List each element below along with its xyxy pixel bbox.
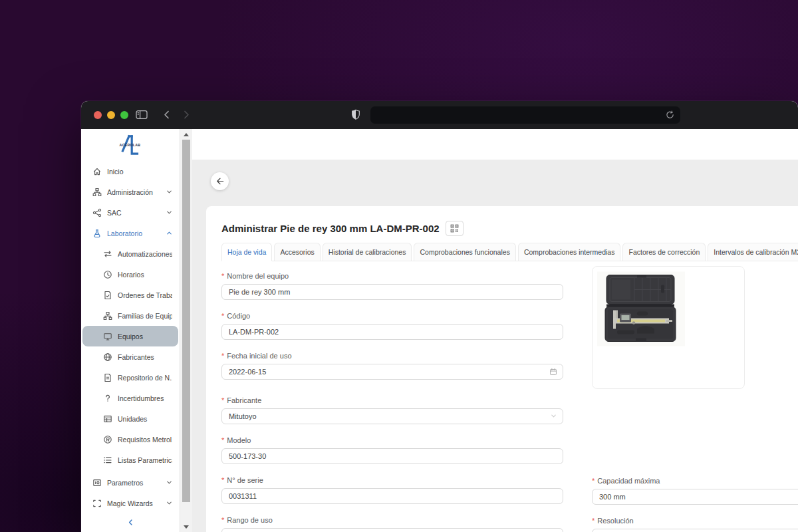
sidebar: ACEROLAB Inicio Administración SAC <box>81 129 180 532</box>
sidebar-item-equipos[interactable]: Equipos <box>82 326 178 346</box>
modelo-input[interactable] <box>221 448 563 464</box>
field-label: N° de serie <box>227 476 263 484</box>
sidebar-item-magic-wizards[interactable]: Magic Wizards <box>81 493 180 513</box>
sidebar-item-incertidumbres[interactable]: Incertidumbres <box>81 388 180 408</box>
bullet-list-icon <box>103 456 112 465</box>
sidebar-item-familias-de-equipos[interactable]: Familias de Equipos <box>81 305 180 326</box>
sidebar-item-label: Administración <box>107 188 166 196</box>
share-network-icon <box>92 208 102 217</box>
sidebar-item-automatizaciones[interactable]: Automatizaciones <box>81 243 180 264</box>
back-band <box>192 160 798 206</box>
scroll-up-arrow[interactable] <box>180 130 192 139</box>
sidebar-collapse-button[interactable] <box>81 513 180 531</box>
sidebar-item-label: Parametros <box>107 479 166 487</box>
resolucion-input[interactable] <box>592 529 798 532</box>
chevron-down-icon <box>166 209 172 215</box>
required-asterisk: * <box>221 272 224 280</box>
field-modelo: *Modelo <box>221 436 563 464</box>
sidebar-item-fabricantes[interactable]: Fabricantes <box>81 346 180 367</box>
field-label: Modelo <box>227 436 251 444</box>
rango-de-uso-input[interactable] <box>221 528 563 532</box>
close-button[interactable] <box>94 111 102 119</box>
url-bar[interactable] <box>370 106 680 124</box>
sidebar-toggle-icon[interactable] <box>136 110 148 120</box>
sidebar-item-laboratorio[interactable]: Laboratorio <box>81 223 180 243</box>
sidebar-item-unidades[interactable]: Unidades <box>81 408 180 429</box>
chevron-down-icon <box>166 479 172 485</box>
arrow-left-icon <box>215 176 225 186</box>
acerolab-logo[interactable]: ACEROLAB <box>81 129 180 161</box>
field-label: Fabricante <box>227 396 261 404</box>
sidebar-scrollbar[interactable] <box>180 129 192 532</box>
forward-nav-icon[interactable] <box>182 110 191 120</box>
clock-icon <box>103 270 112 279</box>
tab-factores-de-correccion[interactable]: Factores de corrección <box>622 243 706 261</box>
sidebar-nav: Inicio Administración SAC Laboratorio <box>81 161 180 532</box>
content-card: Administrar Pie de rey 300 mm LA-DM-PR-0… <box>206 206 798 532</box>
qr-code-button[interactable] <box>446 221 464 236</box>
field-numero-de-serie: *N° de serie <box>221 476 563 504</box>
sidebar-item-label: Requisitos Metrol... <box>118 436 172 444</box>
sidebar-item-horarios[interactable]: Horarios <box>81 264 180 285</box>
org-chart-icon <box>92 188 102 197</box>
swap-arrows-icon <box>103 249 112 259</box>
field-capacidad-maxima: *Capacidad máxima <box>592 477 798 505</box>
field-label: Código <box>227 312 250 320</box>
numero-de-serie-input[interactable] <box>221 488 563 504</box>
equipment-form: *Nombre del equipo *Código *Fecha inicia… <box>221 272 798 532</box>
fabricante-select[interactable] <box>221 408 563 424</box>
sidebar-item-label: Listas Parametricas <box>118 456 172 464</box>
app-frame: ACEROLAB Inicio Administración SAC <box>81 129 798 532</box>
sidebar-item-administracion[interactable]: Administración <box>81 182 180 202</box>
back-nav-icon[interactable] <box>162 110 172 120</box>
browser-toolbar <box>81 101 798 129</box>
sidebar-item-parametros[interactable]: Parametros <box>81 472 180 493</box>
sidebar-item-ordenes-de-trabajo[interactable]: Ordenes de Trabajo <box>81 285 180 305</box>
tab-historial-de-calibraciones[interactable]: Historial de calibraciones <box>323 243 412 261</box>
required-asterisk: * <box>221 352 224 360</box>
file-icon <box>103 373 112 382</box>
required-asterisk: * <box>221 516 224 524</box>
field-rango-de-uso: *Rango de uso <box>221 516 563 532</box>
equipment-photo[interactable] <box>597 271 739 346</box>
sidebar-item-label: Fabricantes <box>118 353 172 361</box>
scroll-down-arrow[interactable] <box>180 522 192 531</box>
back-button[interactable] <box>211 172 229 190</box>
chevron-down-icon <box>166 189 172 195</box>
sidebar-item-label: Familias de Equipos <box>118 312 172 320</box>
tab-hoja-de-vida[interactable]: Hoja de vida <box>221 243 272 261</box>
tab-comprobaciones-funcionales[interactable]: Comprobaciones funcionales <box>414 243 515 261</box>
codigo-input[interactable] <box>221 324 563 340</box>
tab-comprobaciones-intermedias[interactable]: Comprobaciones intermedias <box>518 243 621 261</box>
globe-icon <box>103 352 112 362</box>
nombre-del-equipo-input[interactable] <box>221 284 563 300</box>
sidebar-item-label: Magic Wizards <box>107 499 166 507</box>
file-check-icon <box>103 291 112 300</box>
minimize-button[interactable] <box>107 111 115 119</box>
scrollbar-thumb[interactable] <box>182 140 190 502</box>
page-title: Administrar Pie de rey 300 mm LA-DM-PR-0… <box>221 223 440 234</box>
sidebar-item-sac[interactable]: SAC <box>81 202 180 223</box>
required-asterisk: * <box>592 517 595 525</box>
chevron-left-icon <box>127 519 134 526</box>
sidebar-item-repositorio[interactable]: Repositorio de N... <box>81 367 180 388</box>
zoom-button[interactable] <box>120 111 128 119</box>
tab-accesorios[interactable]: Accesorios <box>274 243 320 261</box>
field-resolucion: *Resolución <box>592 517 798 532</box>
desktop-monitor-icon <box>103 332 112 341</box>
fecha-inicial-de-uso-input[interactable] <box>221 364 563 380</box>
capacidad-maxima-input[interactable] <box>592 489 798 505</box>
sidebar-item-label: Inicio <box>107 168 172 176</box>
home-icon <box>92 167 102 176</box>
sidebar-item-requisitos-metrologicos[interactable]: Requisitos Metrol... <box>81 429 180 450</box>
tab-intervalos-de-calibracion-m2[interactable]: Intervalos de calibración M2 <box>708 243 798 261</box>
sidebar-item-label: Horarios <box>118 271 172 279</box>
reload-icon[interactable] <box>666 110 674 119</box>
sidebar-item-listas-parametricas[interactable]: Listas Parametricas <box>81 450 180 470</box>
tab-bar: Hoja de vida Accesorios Historial de cal… <box>221 243 798 261</box>
required-asterisk: * <box>221 396 224 404</box>
chevron-down-icon <box>166 500 172 506</box>
sidebar-item-inicio[interactable]: Inicio <box>81 161 180 182</box>
field-nombre-del-equipo: *Nombre del equipo <box>221 272 563 300</box>
privacy-shield-icon[interactable] <box>351 109 360 120</box>
